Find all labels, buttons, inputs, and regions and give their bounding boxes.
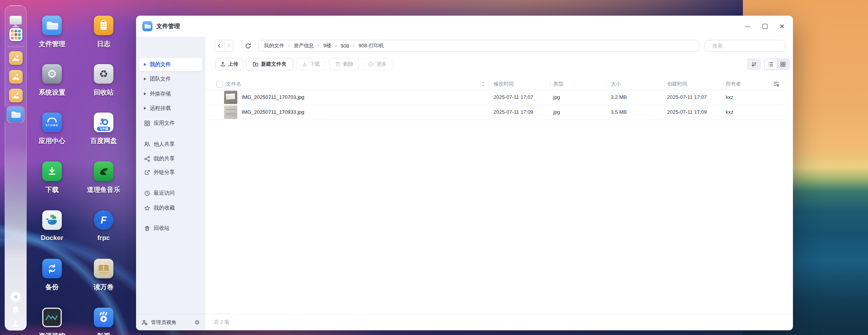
- forward-button[interactable]: [224, 40, 233, 51]
- sidebar-item-recycle-bin[interactable]: 回收站: [139, 222, 202, 235]
- dock-user-button[interactable]: [5, 319, 26, 328]
- sort-arrows-icon[interactable]: [481, 81, 485, 88]
- download-icon: [302, 61, 307, 67]
- file-row[interactable]: IMG_20250711_170703.jpg 2025-07-11 17:07…: [205, 90, 784, 105]
- dock-image-viewer-1[interactable]: [5, 51, 26, 65]
- window-title: 文件管理: [156, 23, 180, 30]
- star-icon: [144, 205, 150, 211]
- list-icon: [768, 61, 774, 67]
- sidebar-item-favorites[interactable]: 我的收藏: [139, 201, 202, 215]
- file-modified: 2025-07-11 17:07: [493, 90, 533, 105]
- transfer-icon: [11, 292, 21, 302]
- play-icon: [94, 308, 113, 327]
- clipboard-icon: [94, 16, 113, 35]
- baidu-netdisk-icon: 飞牛版: [94, 113, 113, 132]
- desktop-icon-frpc[interactable]: F frpc: [82, 210, 125, 242]
- search-input[interactable]: [712, 43, 782, 49]
- breadcrumb-item[interactable]: 我的文件: [264, 42, 284, 49]
- user-icon: [11, 319, 20, 328]
- history-buttons: [215, 40, 233, 52]
- desktop-icon-file-manager[interactable]: 文件管理: [30, 16, 74, 48]
- sidebar-item-team-files[interactable]: 团队文件: [139, 72, 202, 86]
- sidebar-item-recent[interactable]: 最近访问: [139, 186, 202, 200]
- sidebar-item-app-files[interactable]: 应用文件: [139, 116, 202, 130]
- window-titlebar[interactable]: 文件管理 — ✕: [136, 16, 793, 37]
- grid-icon: [780, 61, 786, 67]
- refresh-button[interactable]: [242, 40, 253, 52]
- breadcrumb-bar[interactable]: 我的文件 › 资产信息 › 9楼 › 908 › 908-打印机: [258, 40, 699, 52]
- sidebar-item-my-files[interactable]: 我的文件: [139, 58, 202, 71]
- column-header-owner[interactable]: 所有者: [726, 81, 741, 88]
- dock-transfer-button[interactable]: [5, 292, 26, 302]
- sidebar-item-external-links[interactable]: 外链分享: [139, 166, 202, 179]
- file-thumbnail: [224, 91, 237, 104]
- table-header: 文件名 修改时间 类型 大小 创建时间 所有者: [205, 79, 784, 90]
- upload-button[interactable]: 上传: [215, 58, 243, 70]
- sort-button[interactable]: [747, 58, 761, 70]
- select-all-checkbox[interactable]: [216, 81, 223, 88]
- maximize-button[interactable]: [756, 20, 773, 33]
- desktop-icon-app-center[interactable]: STORE 应用中心: [30, 113, 74, 145]
- close-button[interactable]: ✕: [773, 20, 791, 33]
- desktop-icon-resource-monitor[interactable]: 资源监控: [30, 308, 74, 335]
- back-button[interactable]: [215, 40, 224, 51]
- image-icon: [9, 51, 23, 65]
- breadcrumb-item-current[interactable]: 908-打印机: [359, 42, 384, 49]
- sidebar-item-remote-mount[interactable]: 远程挂载: [139, 102, 202, 115]
- trash-icon: [335, 61, 341, 67]
- column-settings-icon[interactable]: [773, 81, 780, 87]
- desktop-icon-system-settings[interactable]: ⚙ 系统设置: [30, 64, 74, 97]
- desktop-icon-recycle-bin[interactable]: ♻ 回收站: [82, 64, 125, 97]
- dock-show-desktop-button[interactable]: [5, 16, 26, 27]
- file-manager-window: 文件管理 — ✕ 我的文件 团队文件 外接存储 远程挂载 应用文件 他人共享 我…: [136, 16, 793, 330]
- list-view-button[interactable]: [765, 59, 777, 69]
- status-bar: 共 2 项: [205, 314, 793, 330]
- desktop-icon-daoliyu-music[interactable]: 道理鱼音乐: [82, 161, 125, 194]
- new-folder-button[interactable]: 新建文件夹: [246, 58, 293, 70]
- file-size: 3.2 MB: [611, 90, 627, 105]
- window-main: 我的文件 › 资产信息 › 9楼 › 908 › 908-打印机 上传: [205, 37, 793, 330]
- column-header-size[interactable]: 大小: [611, 81, 621, 88]
- desktop-icon-download[interactable]: 下载: [30, 161, 74, 194]
- breadcrumb-item[interactable]: 908: [341, 43, 349, 49]
- desktop-icon-docker[interactable]: Docker: [30, 210, 74, 242]
- breadcrumb-item[interactable]: 9楼: [323, 42, 331, 49]
- window-sidebar: 我的文件 团队文件 外接存储 远程挂载 应用文件 他人共享 我的共享 外链分享 …: [136, 37, 205, 330]
- more-icon: [368, 61, 374, 67]
- desktop-icon-backup[interactable]: 备份: [30, 259, 74, 292]
- download-button[interactable]: 下载: [296, 58, 326, 70]
- column-header-created[interactable]: 创建时间: [667, 81, 687, 88]
- breadcrumb-item[interactable]: 资产信息: [294, 42, 314, 49]
- desktop-icon-video[interactable]: 影视: [82, 308, 125, 335]
- dock-divider: [7, 47, 24, 47]
- column-header-type[interactable]: 类型: [553, 81, 563, 88]
- folder-icon: [42, 16, 62, 35]
- download-icon: [42, 161, 62, 181]
- more-button[interactable]: 更多: [362, 58, 392, 70]
- sidebar-item-shared-by-others[interactable]: 他人共享: [139, 138, 202, 151]
- dock-file-manager-button[interactable]: [5, 107, 26, 122]
- column-header-name[interactable]: 文件名: [226, 81, 241, 88]
- dock-app-launcher-button[interactable]: [5, 28, 26, 41]
- file-size: 3.5 MB: [611, 105, 627, 120]
- column-header-modified[interactable]: 修改时间: [493, 81, 514, 88]
- file-thumbnail: [224, 106, 237, 119]
- settings-gear-icon[interactable]: ⚙: [195, 319, 200, 326]
- sidebar-item-my-shares[interactable]: 我的共享: [139, 152, 202, 165]
- gear-icon: ⚙: [42, 64, 62, 84]
- maximize-icon: [762, 24, 768, 29]
- desktop: 文件管理 日志 ⚙ 系统设置 ♻ 回收站 STORE 应用中心 飞牛版 百度网盘…: [0, 0, 868, 335]
- monitor-icon: [9, 16, 22, 27]
- delete-button[interactable]: 删除: [329, 58, 359, 70]
- dock-image-viewer-2[interactable]: [5, 70, 26, 84]
- minimize-button[interactable]: —: [739, 20, 756, 33]
- file-row[interactable]: IMG_20250711_170933.jpg 2025-07-11 17:09…: [205, 105, 784, 120]
- desktop-icon-logs[interactable]: 日志: [82, 16, 125, 48]
- sidebar-item-external-storage[interactable]: 外接存储: [139, 87, 202, 100]
- desktop-icon-baidu-netdisk[interactable]: 飞牛版 百度网盘: [82, 113, 125, 145]
- admin-view-label[interactable]: 管理员视角: [151, 319, 176, 326]
- dock-image-viewer-3[interactable]: [5, 89, 26, 102]
- desktop-icon-duwanjuan[interactable]: 读万卷: [82, 259, 125, 292]
- dock-notifications-button[interactable]: [5, 306, 26, 314]
- grid-view-button[interactable]: [777, 59, 789, 69]
